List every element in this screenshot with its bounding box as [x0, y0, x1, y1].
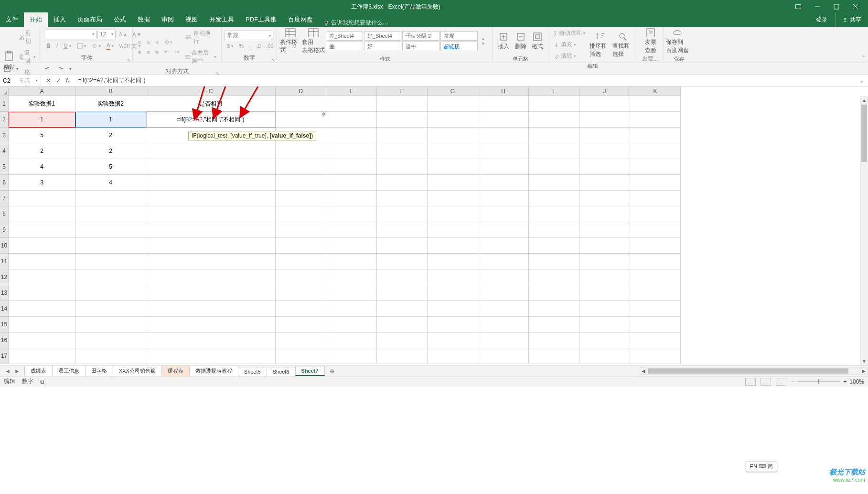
- cell[interactable]: [630, 159, 681, 175]
- tab-scroll-last-button[interactable]: ►: [14, 368, 20, 375]
- align-center-button[interactable]: ≡: [144, 47, 152, 56]
- cell[interactable]: [630, 348, 681, 364]
- cell[interactable]: [276, 112, 326, 128]
- cell[interactable]: [276, 175, 326, 191]
- font-name-dropdown[interactable]: ▾: [44, 30, 96, 39]
- align-bottom-button[interactable]: ≡: [153, 38, 161, 47]
- cell[interactable]: [326, 206, 377, 222]
- cell[interactable]: [377, 206, 428, 222]
- font-size-dropdown[interactable]: 12▾: [97, 30, 116, 39]
- tab-review[interactable]: 审阅: [156, 12, 180, 27]
- insert-function-button[interactable]: fₓ: [66, 77, 70, 84]
- cell[interactable]: [75, 333, 146, 348]
- cell[interactable]: [529, 269, 579, 285]
- cell[interactable]: [529, 348, 579, 364]
- cell[interactable]: [276, 348, 326, 364]
- cell[interactable]: [428, 159, 478, 175]
- tab-data[interactable]: 数据: [132, 12, 156, 27]
- fill-button[interactable]: 填充▾: [551, 39, 588, 50]
- tab-view[interactable]: 视图: [180, 12, 204, 27]
- cell[interactable]: [326, 317, 377, 333]
- cell[interactable]: [579, 333, 630, 348]
- cell[interactable]: [377, 159, 428, 175]
- cell[interactable]: [579, 348, 630, 364]
- cell[interactable]: [377, 191, 428, 206]
- cell[interactable]: [9, 285, 75, 301]
- cell[interactable]: [529, 112, 579, 128]
- cell[interactable]: [478, 348, 529, 364]
- column-header[interactable]: B: [75, 86, 146, 96]
- cell[interactable]: [630, 175, 681, 191]
- row-header[interactable]: 15: [0, 317, 9, 333]
- cell[interactable]: [478, 238, 529, 254]
- cell[interactable]: [579, 143, 630, 159]
- cell[interactable]: [428, 222, 478, 238]
- cell[interactable]: 5: [75, 159, 146, 175]
- cell[interactable]: [146, 175, 276, 191]
- qat-undo-button[interactable]: [44, 65, 51, 72]
- tab-pdf[interactable]: PDF工具集: [240, 12, 282, 27]
- increase-decimal-button[interactable]: .0→.00: [254, 42, 276, 50]
- cell[interactable]: [630, 317, 681, 333]
- cell[interactable]: [75, 285, 146, 301]
- column-header[interactable]: G: [428, 86, 478, 96]
- cell[interactable]: [630, 301, 681, 317]
- cell[interactable]: [579, 191, 630, 206]
- cell[interactable]: [428, 301, 478, 317]
- cell[interactable]: [9, 222, 75, 238]
- cell[interactable]: [326, 143, 377, 159]
- wrap-text-button[interactable]: 自动换行: [183, 28, 218, 47]
- dialog-launcher-icon[interactable]: ⤡: [271, 58, 275, 63]
- decrease-decimal-button[interactable]: .00→.0: [277, 42, 298, 50]
- row-header[interactable]: 2: [0, 112, 9, 128]
- style-good[interactable]: 好_Sheet4: [364, 31, 401, 41]
- cell[interactable]: [529, 317, 579, 333]
- cell[interactable]: [146, 159, 276, 175]
- cell[interactable]: [630, 333, 681, 348]
- cell[interactable]: [326, 175, 377, 191]
- cell[interactable]: [478, 159, 529, 175]
- cell[interactable]: [428, 112, 478, 128]
- bold-button[interactable]: B: [44, 41, 53, 52]
- cell[interactable]: [276, 285, 326, 301]
- row-header[interactable]: 6: [0, 175, 9, 191]
- fill-color-button[interactable]: ▾: [89, 41, 103, 52]
- cell[interactable]: [377, 301, 428, 317]
- cut-button[interactable]: 剪切: [17, 28, 38, 47]
- cell[interactable]: [326, 112, 377, 128]
- cell[interactable]: [579, 269, 630, 285]
- cell[interactable]: [428, 254, 478, 269]
- cell[interactable]: [579, 317, 630, 333]
- sheet-tab[interactable]: 成绩表: [24, 365, 53, 376]
- border-button[interactable]: ▾: [75, 41, 88, 52]
- cell[interactable]: [478, 317, 529, 333]
- cell[interactable]: [377, 128, 428, 143]
- cell[interactable]: [428, 206, 478, 222]
- cell[interactable]: 4: [75, 175, 146, 191]
- cell[interactable]: 1: [9, 112, 75, 128]
- row-header[interactable]: 9: [0, 222, 9, 238]
- cell[interactable]: [630, 191, 681, 206]
- cell[interactable]: [326, 254, 377, 269]
- column-header[interactable]: K: [630, 86, 681, 96]
- cell[interactable]: [276, 206, 326, 222]
- cell[interactable]: [377, 254, 428, 269]
- tab-home[interactable]: 开始: [24, 12, 48, 27]
- cell[interactable]: 2: [75, 128, 146, 143]
- tab-file[interactable]: 文件: [0, 12, 24, 27]
- cell[interactable]: [478, 222, 529, 238]
- cell[interactable]: [478, 112, 529, 128]
- cell[interactable]: [428, 333, 478, 348]
- comma-button[interactable]: ,: [247, 42, 253, 50]
- scroll-up-button[interactable]: ▲: [860, 96, 868, 104]
- format-cells-button[interactable]: 格式: [530, 28, 545, 54]
- cell[interactable]: [75, 317, 146, 333]
- decrease-indent-button[interactable]: ⇤: [162, 47, 171, 56]
- cell[interactable]: [579, 175, 630, 191]
- tab-formula[interactable]: 公式: [108, 12, 132, 27]
- column-header[interactable]: D: [276, 86, 326, 96]
- horizontal-scrollbar[interactable]: ◀ ▶: [639, 367, 868, 375]
- paste-button[interactable]: 粘贴: [3, 48, 15, 75]
- cell[interactable]: 4: [9, 159, 75, 175]
- cell[interactable]: [9, 191, 75, 206]
